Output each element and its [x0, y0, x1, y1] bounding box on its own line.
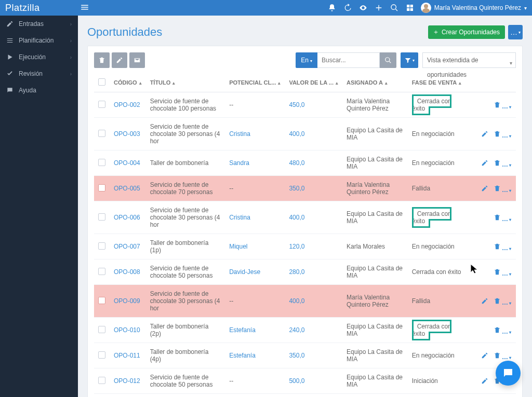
- sort-asc-icon: ▴: [278, 80, 281, 86]
- avatar[interactable]: [421, 3, 431, 13]
- view-select[interactable]: Vista extendida de oportunidades: [422, 52, 516, 68]
- sidebar-item-entradas[interactable]: Entradas›: [0, 16, 78, 32]
- row-checkbox[interactable]: [98, 351, 105, 359]
- code-link[interactable]: OPO-005: [114, 185, 140, 192]
- col-cliente[interactable]: Potencial Cl...▴: [225, 73, 285, 92]
- row-checkbox[interactable]: [98, 268, 105, 275]
- code-link[interactable]: OPO-002: [114, 101, 140, 108]
- col-codigo[interactable]: Código▴: [110, 73, 146, 92]
- plus-icon[interactable]: [371, 0, 387, 16]
- row-checkbox[interactable]: [98, 326, 105, 333]
- list-icon: [6, 37, 14, 44]
- row-delete-icon[interactable]: [493, 129, 502, 139]
- row-delete-icon[interactable]: [493, 242, 502, 251]
- table-row: OPO-011Taller de bombonería (4p)Estefaní…: [94, 343, 516, 368]
- row-delete-icon[interactable]: [493, 325, 502, 335]
- code-link[interactable]: OPO-006: [114, 214, 140, 221]
- row-more-menu[interactable]: …▾: [502, 353, 512, 361]
- edit-icon: [6, 20, 14, 28]
- row-edit-icon[interactable]: [480, 129, 489, 139]
- select-all-checkbox[interactable]: [98, 78, 105, 86]
- user-name[interactable]: María Valentina Quintero Pérez: [434, 4, 521, 11]
- client-link[interactable]: Estefanía: [229, 326, 256, 334]
- title-cell: Servicio de fuente de chocolate 30 perso…: [146, 201, 225, 234]
- code-link[interactable]: OPO-003: [114, 130, 140, 138]
- code-link[interactable]: OPO-011: [114, 352, 140, 359]
- create-button[interactable]: Crear Oportunidades: [428, 25, 505, 39]
- value-cell: 400,0: [289, 297, 304, 305]
- bulk-mail-button[interactable]: [129, 52, 145, 68]
- row-more-menu[interactable]: …▾: [502, 132, 512, 139]
- row-more-menu[interactable]: …▾: [502, 186, 512, 194]
- client-link[interactable]: Cristina: [229, 130, 250, 138]
- bulk-edit-button[interactable]: [112, 52, 127, 68]
- row-delete-icon[interactable]: [493, 213, 502, 222]
- code-link[interactable]: OPO-008: [114, 268, 140, 276]
- row-edit-icon[interactable]: [480, 184, 489, 193]
- row-checkbox[interactable]: [98, 213, 105, 221]
- row-checkbox[interactable]: [98, 159, 105, 166]
- language-button[interactable]: En▾: [296, 52, 317, 68]
- code-link[interactable]: OPO-004: [114, 159, 140, 167]
- row-checkbox[interactable]: [98, 242, 105, 250]
- more-menu-button[interactable]: …▾: [508, 25, 523, 39]
- code-link[interactable]: OPO-009: [114, 297, 140, 305]
- row-more-menu[interactable]: …▾: [502, 328, 512, 335]
- col-asignado[interactable]: Asignado a▴: [342, 73, 408, 92]
- eye-icon[interactable]: [355, 0, 371, 16]
- client-link[interactable]: Cristina: [229, 214, 250, 221]
- data-panel: En▾ ▾ Vista extendida de oportunidades C…: [87, 46, 523, 397]
- row-delete-icon[interactable]: [493, 100, 502, 109]
- client-link[interactable]: David-Jese: [229, 268, 260, 276]
- row-delete-icon[interactable]: [493, 158, 502, 168]
- bulk-delete-button[interactable]: [94, 52, 110, 68]
- client-link[interactable]: Estefanía: [229, 352, 256, 359]
- bell-icon[interactable]: [324, 0, 340, 16]
- client-link[interactable]: Sandra: [229, 159, 249, 167]
- table-row: OPO-007Taller de bombonería (1p)Miquel12…: [94, 234, 516, 259]
- col-valor[interactable]: Valor de la ...▴: [285, 73, 342, 92]
- code-link[interactable]: OPO-007: [114, 243, 140, 250]
- sidebar-item-revisión[interactable]: Revisión›: [0, 65, 78, 82]
- sidebar-item-ejecución[interactable]: Ejecución›: [0, 49, 78, 65]
- code-link[interactable]: OPO-010: [114, 326, 140, 334]
- sidebar-item-planificación[interactable]: Planificación›: [0, 32, 78, 49]
- value-cell: 120,0: [289, 243, 304, 250]
- history-icon[interactable]: [340, 0, 355, 16]
- row-delete-icon[interactable]: [493, 184, 502, 193]
- row-edit-icon[interactable]: [480, 376, 489, 386]
- row-delete-icon[interactable]: [493, 267, 502, 277]
- title-cell: Taller de bombonería (1p): [146, 234, 225, 259]
- menu-toggle-icon[interactable]: [78, 3, 91, 13]
- row-more-menu[interactable]: …▾: [502, 270, 512, 277]
- client-link[interactable]: Miquel: [229, 243, 247, 250]
- sidebar-item-ayuda[interactable]: Ayuda: [0, 82, 78, 99]
- row-edit-icon[interactable]: [480, 158, 489, 168]
- apps-icon[interactable]: [402, 0, 418, 16]
- row-edit-icon[interactable]: [480, 296, 489, 306]
- col-titulo[interactable]: Título▴: [146, 73, 225, 92]
- row-checkbox[interactable]: [98, 130, 105, 137]
- search-input[interactable]: [317, 52, 380, 68]
- search-button[interactable]: [380, 52, 396, 68]
- row-checkbox[interactable]: [98, 101, 105, 108]
- row-more-menu[interactable]: …▾: [502, 103, 512, 110]
- row-checkbox[interactable]: [98, 377, 105, 384]
- row-checkbox[interactable]: [98, 297, 105, 304]
- chat-icon: [6, 87, 14, 94]
- row-more-menu[interactable]: …▾: [502, 161, 512, 168]
- row-more-menu[interactable]: …▾: [502, 244, 512, 252]
- table-row: OPO-013Servicio de fuente de chocolate 2…: [94, 394, 516, 398]
- row-delete-icon[interactable]: [493, 351, 502, 360]
- row-edit-icon[interactable]: [480, 351, 489, 360]
- filter-button[interactable]: ▾: [401, 52, 418, 68]
- sort-asc-icon: ▴: [336, 80, 338, 86]
- row-more-menu[interactable]: …▾: [502, 299, 512, 306]
- chat-fab[interactable]: [496, 361, 521, 386]
- search-top-icon[interactable]: [387, 0, 402, 16]
- user-menu-caret-icon[interactable]: ▾: [524, 5, 527, 11]
- row-more-menu[interactable]: …▾: [502, 215, 512, 223]
- row-delete-icon[interactable]: [493, 296, 502, 306]
- code-link[interactable]: OPO-012: [114, 377, 140, 385]
- row-checkbox[interactable]: [98, 184, 105, 191]
